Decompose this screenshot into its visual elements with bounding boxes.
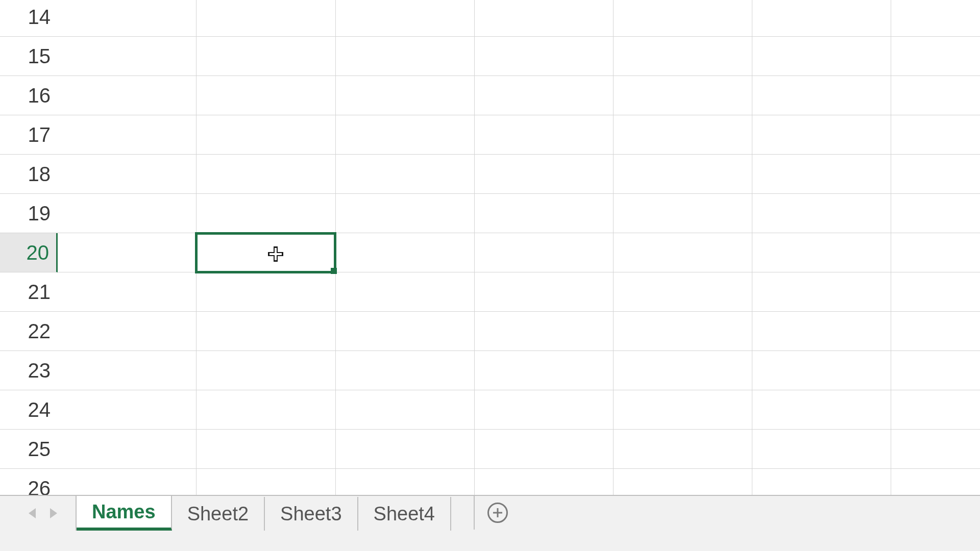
grid-area[interactable]: 14151617181920212223242526 <box>0 0 980 495</box>
plus-icon <box>487 503 508 523</box>
sheet-tab-label: Sheet4 <box>374 503 435 525</box>
row-header[interactable]: 16 <box>0 76 58 115</box>
row-header[interactable]: 20 <box>0 233 58 272</box>
svg-rect-3 <box>268 252 283 256</box>
sheet-tab[interactable]: Sheet2 <box>172 497 265 531</box>
row-header[interactable]: 22 <box>0 312 58 351</box>
grid-col-line <box>891 0 891 495</box>
row-header[interactable]: 18 <box>0 155 58 194</box>
sheet-tab[interactable]: Sheet3 <box>265 497 358 531</box>
grid-col-line <box>752 0 752 495</box>
row-header-gutter: 14151617181920212223242526 <box>0 0 58 495</box>
sheet-tab-label: Sheet2 <box>187 503 249 525</box>
row-header[interactable]: 17 <box>0 115 58 155</box>
grid-col-line <box>474 0 475 495</box>
tab-scroll-controls <box>0 496 76 531</box>
svg-rect-2 <box>274 246 278 262</box>
fill-handle[interactable] <box>331 268 337 274</box>
spreadsheet-viewport: 14151617181920212223242526 <box>0 0 980 551</box>
row-header[interactable]: 14 <box>0 0 58 37</box>
svg-rect-7 <box>493 512 502 514</box>
sheet-tab[interactable]: Sheet4 <box>358 497 451 531</box>
svg-rect-5 <box>270 253 282 255</box>
tab-scroll-right-icon[interactable] <box>50 508 57 518</box>
svg-rect-1 <box>267 251 284 257</box>
tab-scroll-left-icon[interactable] <box>29 508 36 518</box>
sheet-tab[interactable]: Names <box>77 496 172 531</box>
new-sheet-button[interactable] <box>475 496 521 530</box>
active-cell-selection[interactable] <box>195 232 336 273</box>
sheet-tab-strip: NamesSheet2Sheet3Sheet4 <box>0 495 980 531</box>
grid-col-line <box>613 0 614 495</box>
sheet-tab-label: Sheet3 <box>280 503 341 525</box>
sheet-tabs: NamesSheet2Sheet3Sheet4 <box>76 496 451 531</box>
svg-rect-4 <box>275 248 277 260</box>
row-header[interactable]: 26 <box>0 469 58 495</box>
grid-col-line <box>196 0 197 495</box>
cell-cursor-icon <box>267 245 284 263</box>
row-header[interactable]: 19 <box>0 194 58 233</box>
row-header[interactable]: 24 <box>0 390 58 430</box>
row-header[interactable]: 15 <box>0 37 58 76</box>
sheet-tab-label: Names <box>92 501 156 523</box>
row-header[interactable]: 23 <box>0 351 58 390</box>
row-header[interactable]: 21 <box>0 272 58 312</box>
svg-rect-0 <box>273 245 279 263</box>
row-header[interactable]: 25 <box>0 430 58 469</box>
cells-canvas[interactable] <box>58 0 980 495</box>
tab-spacer <box>451 496 475 530</box>
grid-col-line <box>335 0 336 495</box>
status-bar-area <box>0 531 980 551</box>
